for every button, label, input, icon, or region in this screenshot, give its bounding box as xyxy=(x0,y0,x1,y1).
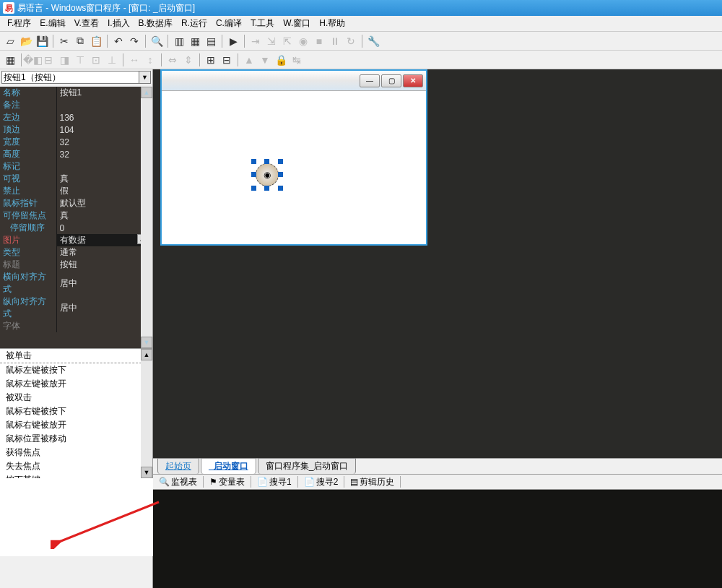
property-value[interactable]: 136 xyxy=(56,111,152,124)
event-item[interactable]: 鼠标左键被按下 xyxy=(0,363,152,377)
event-list[interactable]: 被单击鼠标左键被按下鼠标左键被放开被双击鼠标右键被按下鼠标右键被放开鼠标位置被移… xyxy=(0,348,152,478)
event-item[interactable]: 鼠标右键被按下 xyxy=(0,405,152,418)
align-left-icon[interactable]: �◧ xyxy=(25,53,40,67)
resize-handle[interactable] xyxy=(251,186,256,191)
align-bottom-icon[interactable]: ⊥ xyxy=(105,53,119,67)
cut-icon[interactable]: ✂ xyxy=(57,34,71,48)
property-row[interactable]: 纵向对齐方式居中 xyxy=(0,295,152,320)
property-row[interactable]: 备注 xyxy=(0,99,152,111)
tab-startup-window[interactable]: _启动窗口 xyxy=(201,458,256,474)
back-icon[interactable]: ▼ xyxy=(258,53,272,67)
property-row[interactable]: 禁止假 xyxy=(0,185,152,197)
layout3-icon[interactable]: ▤ xyxy=(204,34,218,48)
close-icon[interactable]: ✕ xyxy=(403,74,423,87)
event-item[interactable]: 鼠标位置被移动 xyxy=(0,432,152,446)
property-value[interactable]: 按钮 xyxy=(56,259,152,271)
event-scrollbar[interactable]: ▲ ▼ xyxy=(141,349,152,478)
undo-icon[interactable]: ↶ xyxy=(111,34,126,48)
pause-icon[interactable]: ⏸ xyxy=(328,34,342,48)
property-grid[interactable]: 名称按钮1备注左边136顶边104宽度32高度32标记可视真禁止假鼠标指针默认型… xyxy=(0,87,152,348)
property-row[interactable]: 鼠标指针默认型 xyxy=(0,197,152,209)
align-center-icon[interactable]: ⊟ xyxy=(41,53,56,67)
tab-variables[interactable]: ⚑变量表 xyxy=(206,476,248,488)
front-icon[interactable]: ▲ xyxy=(242,53,256,67)
prop-scrollbar[interactable]: ▲ ▼ xyxy=(141,87,152,348)
selected-button-control[interactable]: ◉ xyxy=(253,160,282,189)
property-row[interactable]: 高度32 xyxy=(0,148,152,160)
property-value[interactable] xyxy=(56,320,152,332)
resize-handle[interactable] xyxy=(278,172,283,177)
tab-clipboard[interactable]: ▤剪辑历史 xyxy=(347,476,397,488)
resize-handle[interactable] xyxy=(264,186,269,191)
property-value[interactable]: 真 xyxy=(56,173,152,185)
object-selector[interactable]: ▼ xyxy=(1,71,151,85)
property-value[interactable]: 有数据… xyxy=(56,234,152,246)
event-item[interactable]: 被双击 xyxy=(0,391,152,405)
property-value[interactable]: 默认型 xyxy=(56,197,152,209)
property-row[interactable]: 名称按钮1 xyxy=(0,87,152,99)
align-top-icon[interactable]: ⊤ xyxy=(73,53,87,67)
resize-handle[interactable] xyxy=(264,159,269,164)
align-right-icon[interactable]: ◨ xyxy=(57,53,71,67)
maximize-icon[interactable]: ▢ xyxy=(381,74,401,87)
design-form[interactable]: — ▢ ✕ ◉ xyxy=(160,69,427,246)
menu-program[interactable]: F.程序 xyxy=(3,16,35,31)
menu-run[interactable]: R.运行 xyxy=(177,16,212,31)
property-row[interactable]: 横向对齐方式居中 xyxy=(0,271,152,295)
menu-compile[interactable]: C.编译 xyxy=(212,16,246,31)
resize-handle[interactable] xyxy=(278,186,283,191)
event-item[interactable]: 鼠标右键被放开 xyxy=(0,418,152,432)
property-value[interactable]: 0 xyxy=(56,222,152,234)
breakpoint-icon[interactable]: ◉ xyxy=(296,34,310,48)
resize-handle[interactable] xyxy=(278,159,283,164)
vspace-icon[interactable]: ⇕ xyxy=(181,53,196,67)
scroll-down-icon[interactable]: ▼ xyxy=(141,467,152,478)
property-row[interactable]: 类型通常 xyxy=(0,246,152,259)
tab-search2[interactable]: 📄搜寻2 xyxy=(301,476,342,488)
property-value[interactable] xyxy=(56,99,152,111)
property-value[interactable]: 32 xyxy=(56,136,152,148)
property-value[interactable]: 假 xyxy=(56,185,152,197)
tab-watch[interactable]: 🔍监视表 xyxy=(156,476,200,488)
resize-handle[interactable] xyxy=(251,159,256,164)
property-value[interactable]: 32 xyxy=(56,148,152,160)
menu-window[interactable]: W.窗口 xyxy=(279,16,315,31)
resize-handle[interactable] xyxy=(251,172,256,177)
property-value[interactable]: 真 xyxy=(56,209,152,222)
scroll-up-icon[interactable]: ▲ xyxy=(141,349,152,360)
property-row[interactable]: 左边136 xyxy=(0,111,152,124)
step-out-icon[interactable]: ⇱ xyxy=(280,34,295,48)
event-item[interactable]: 被单击 xyxy=(0,349,152,363)
save-file-icon[interactable]: 💾 xyxy=(35,34,49,48)
dropdown-icon[interactable]: ▼ xyxy=(139,71,151,84)
property-row[interactable]: 顶边104 xyxy=(0,124,152,136)
tab-order-icon[interactable]: ↹ xyxy=(290,53,304,67)
same-width-icon[interactable]: ↔ xyxy=(127,53,142,67)
event-item[interactable]: 鼠标左键被放开 xyxy=(0,377,152,391)
center-v-icon[interactable]: ⊟ xyxy=(219,53,234,67)
property-row[interactable]: 标记 xyxy=(0,160,152,173)
redo-icon[interactable]: ↷ xyxy=(127,34,142,48)
same-height-icon[interactable]: ↕ xyxy=(143,53,157,67)
menu-help[interactable]: H.帮助 xyxy=(315,16,349,31)
menu-edit[interactable]: E.编辑 xyxy=(35,16,69,31)
event-item[interactable]: 按下某键 xyxy=(0,473,152,478)
form-client[interactable]: ◉ xyxy=(162,91,426,244)
layout1-icon[interactable]: ▥ xyxy=(172,34,186,48)
align-middle-icon[interactable]: ⊡ xyxy=(89,53,103,67)
property-row[interactable]: 标题按钮 xyxy=(0,259,152,271)
step-into-icon[interactable]: ⇲ xyxy=(264,34,279,48)
scroll-up-icon[interactable]: ▲ xyxy=(141,87,152,98)
menu-view[interactable]: V.查看 xyxy=(70,16,103,31)
property-value[interactable]: 居中 xyxy=(56,271,152,295)
property-value[interactable] xyxy=(56,160,152,173)
tab-search1[interactable]: 📄搜寻1 xyxy=(254,476,295,488)
lock-icon[interactable]: 🔒 xyxy=(274,53,288,67)
tab-start-page[interactable]: 起始页 xyxy=(157,458,199,474)
run-icon[interactable]: ▶ xyxy=(226,34,240,48)
tab-window-module[interactable]: 窗口程序集_启动窗口 xyxy=(258,458,357,474)
paste-icon[interactable]: 📋 xyxy=(89,34,103,48)
property-row[interactable]: 停留顺序0 xyxy=(0,222,152,234)
property-row[interactable]: 宽度32 xyxy=(0,136,152,148)
form-designer[interactable]: — ▢ ✕ ◉ xyxy=(153,69,722,478)
